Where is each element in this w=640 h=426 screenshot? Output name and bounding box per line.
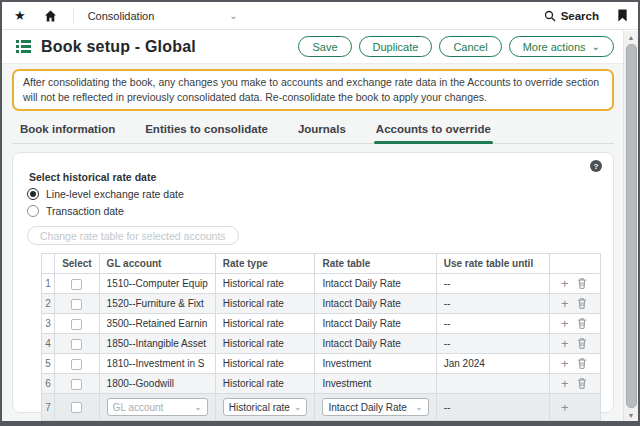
gl-account-cell: 1850--Intangible Asset [99,334,215,354]
col-select: Select [55,254,99,274]
gl-account-select[interactable]: GL account ⌄ [107,398,208,416]
chevron-down-icon: ⌄ [415,403,423,412]
gl-account-cell: 3500--Retained Earnin [99,314,215,334]
rate-type-cell: Historical rate [215,314,315,334]
row-number: 6 [42,374,55,394]
row-number: 7 [42,394,55,421]
scroll-down-icon[interactable]: ▼ [628,409,635,421]
table-row: 6 1800--Goodwill Historical rate Investm… [42,374,601,394]
chevron-down-icon: ⌄ [592,42,600,52]
add-row-icon[interactable]: + [561,277,569,290]
row-select-checkbox[interactable] [71,339,82,350]
app-window: ★ Consolidation ⌄ Search Book setup - Gl… [0,0,640,426]
row-select-checkbox[interactable] [71,379,82,390]
row-select-checkbox[interactable] [71,299,82,310]
add-row-icon[interactable]: + [561,357,569,370]
table-row: 5 1810--Investment in S Historical rate … [42,354,601,374]
accounts-override-table: Select GL account Rate type Rate table U… [41,253,601,421]
vertical-scrollbar[interactable]: ▲ ▼ [623,31,638,421]
use-until-cell: -- [436,294,549,314]
rate-table-cell: Intacct Daily Rate [315,314,436,334]
use-until-cell [436,374,549,394]
add-row-icon[interactable]: + [561,377,569,390]
duplicate-button[interactable]: Duplicate [359,36,433,57]
cancel-button[interactable]: Cancel [439,36,501,57]
add-row-icon[interactable]: + [561,401,569,414]
row-select-checkbox[interactable] [71,359,82,370]
gl-account-cell: 1510--Computer Equip [99,274,215,294]
save-button[interactable]: Save [298,36,351,57]
page-title: Book setup - Global [41,38,196,56]
delete-row-icon[interactable] [577,358,587,369]
gl-account-cell: 1810--Investment in S [99,354,215,374]
rate-type-cell: Historical rate [215,374,315,394]
table-row: 2 1520--Furniture & Fixt Historical rate… [42,294,601,314]
use-until-cell: -- [436,274,549,294]
record-list-icon[interactable] [16,40,31,53]
col-rate-type: Rate type [215,254,315,274]
search-icon [544,10,556,22]
page-content: After consolidating the book, any change… [2,64,638,421]
page-header: Book setup - Global Save Duplicate Cance… [2,30,638,64]
topbar-divider [73,8,74,24]
use-until-cell: -- [436,314,549,334]
table-header-row: Select GL account Rate type Rate table U… [42,254,601,274]
radio-button-icon [27,188,39,200]
chevron-down-icon: ⌄ [229,11,237,21]
row-number: 5 [42,354,55,374]
radio-line-level-exchange-rate-date[interactable]: Line-level exchange rate date [27,188,601,200]
delete-row-icon[interactable] [577,338,587,349]
row-number: 1 [42,274,55,294]
bookmark-icon[interactable] [617,9,628,22]
rate-type-cell: Historical rate [215,354,315,374]
delete-row-icon[interactable] [577,278,587,289]
rate-table-select[interactable]: Intacct Daily Rate ⌄ [322,398,428,416]
delete-row-icon[interactable] [577,298,587,309]
row-number: 4 [42,334,55,354]
global-search[interactable]: Search [544,10,599,22]
top-bar: ★ Consolidation ⌄ Search [2,2,638,30]
row-number: 2 [42,294,55,314]
more-actions-button[interactable]: More actions⌄ [509,36,614,57]
gl-account-cell: 1800--Goodwill [99,374,215,394]
home-icon[interactable] [44,10,57,22]
delete-row-icon[interactable] [577,318,587,329]
use-until-cell: -- [436,334,549,354]
rate-table-cell: Intacct Daily Rate [315,294,436,314]
application-name: Consolidation [88,10,155,22]
tab-book-information[interactable]: Book information [18,123,117,143]
tab-entities-to-consolidate[interactable]: Entities to consolidate [143,123,270,143]
scroll-up-icon[interactable]: ▲ [628,31,635,43]
add-row-icon[interactable]: + [561,317,569,330]
table-new-row: 7 GL account ⌄ Historical rate ⌄ [42,394,601,421]
rate-type-cell: Historical rate [215,294,315,314]
delete-row-icon[interactable] [577,378,587,389]
rate-table-cell: Intacct Daily Rate [315,334,436,354]
col-use-rate-table-until: Use rate table until [436,254,549,274]
table-row: 3 3500--Retained Earnin Historical rate … [42,314,601,334]
table-row: 4 1850--Intangible Asset Historical rate… [42,334,601,354]
use-until-cell: -- [436,394,549,421]
row-select-checkbox[interactable] [71,279,82,290]
change-rate-table-button[interactable]: Change rate table for selected accounts [27,226,239,245]
rate-table-cell: Investment [315,374,436,394]
scrollbar-thumb[interactable] [626,44,637,408]
rate-type-select[interactable]: Historical rate ⌄ [223,398,308,416]
add-row-icon[interactable]: + [561,337,569,350]
warning-banner: After consolidating the book, any change… [12,69,614,111]
favorites-star-icon[interactable]: ★ [14,9,26,22]
tab-journals[interactable]: Journals [296,123,348,143]
search-label: Search [561,10,599,22]
accounts-to-override-panel: ? Select historical rate date Line-level… [12,152,614,413]
row-select-checkbox[interactable] [71,402,82,413]
tab-accounts-to-override[interactable]: Accounts to override [374,123,493,143]
row-select-checkbox[interactable] [71,319,82,330]
rate-type-cell: Historical rate [215,334,315,354]
chevron-down-icon: ⌄ [194,403,202,412]
add-row-icon[interactable]: + [561,297,569,310]
rate-type-cell: Historical rate [215,274,315,294]
radio-transaction-date[interactable]: Transaction date [27,205,601,217]
col-rate-table: Rate table [315,254,436,274]
row-number: 3 [42,314,55,334]
application-menu[interactable]: Consolidation ⌄ [88,10,238,22]
